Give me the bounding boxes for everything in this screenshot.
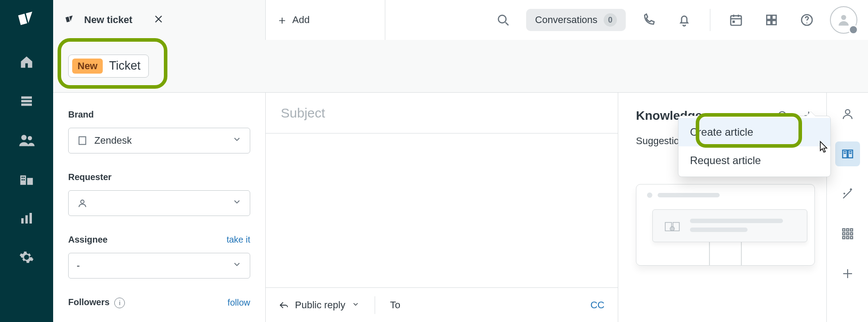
context-apps-grid-button[interactable]	[835, 221, 860, 246]
svg-point-18	[499, 15, 506, 23]
nav-organizations-icon[interactable]	[16, 169, 37, 190]
context-magic-button[interactable]	[835, 181, 860, 206]
knowledge-placeholder-card	[636, 184, 815, 266]
ticket-editor: Public reply To CC	[266, 93, 618, 322]
svg-rect-20	[731, 16, 741, 25]
status-badge: New	[72, 59, 103, 74]
brand-logo-icon[interactable]	[16, 8, 37, 29]
svg-rect-8	[27, 178, 33, 185]
conversations-label: Conversations	[535, 14, 597, 26]
requester-select[interactable]	[68, 190, 250, 216]
svg-rect-56	[842, 236, 845, 239]
svg-rect-57	[846, 236, 849, 239]
close-tab-button[interactable]	[154, 14, 163, 26]
requester-label: Requester	[68, 172, 112, 182]
svg-rect-14	[25, 215, 27, 224]
svg-rect-3	[21, 100, 32, 102]
context-add-button[interactable]	[835, 261, 860, 286]
svg-rect-4	[21, 103, 32, 106]
svg-rect-12	[23, 179, 25, 181]
nav-views-icon[interactable]	[16, 90, 37, 112]
svg-rect-58	[850, 236, 852, 239]
conversations-count: 0	[604, 13, 617, 27]
reply-mode-label: Public reply	[295, 299, 345, 311]
brand-select[interactable]: Zendesk	[68, 128, 250, 153]
ticket-tab-icon	[64, 13, 76, 27]
assignee-label: Assignee	[68, 235, 108, 245]
nav-home-icon[interactable]	[16, 51, 37, 73]
svg-rect-55	[850, 233, 852, 235]
search-button[interactable]	[491, 8, 515, 32]
talk-phone-button[interactable]	[636, 8, 661, 32]
assignee-select[interactable]: -	[68, 253, 250, 279]
svg-rect-15	[30, 213, 32, 224]
svg-rect-28	[772, 20, 776, 24]
svg-rect-10	[23, 177, 25, 178]
building-icon	[77, 135, 88, 146]
nav-reporting-icon[interactable]	[16, 208, 37, 229]
svg-rect-53	[842, 233, 845, 235]
svg-rect-27	[767, 20, 771, 24]
follow-link[interactable]: follow	[228, 298, 250, 308]
subject-input[interactable]	[266, 93, 618, 134]
tab-new-ticket[interactable]: New ticket	[53, 0, 266, 40]
presence-indicator-icon	[849, 25, 858, 35]
svg-point-5	[21, 135, 27, 140]
svg-point-6	[28, 136, 32, 141]
nav-customers-icon[interactable]	[16, 130, 37, 151]
svg-rect-9	[22, 177, 23, 178]
svg-rect-16	[66, 16, 70, 22]
followers-help-icon[interactable]: i	[114, 298, 125, 308]
ticket-status-pill[interactable]: New Ticket	[68, 55, 149, 78]
context-knowledge-button[interactable]	[835, 141, 860, 166]
chevron-down-icon	[232, 134, 242, 147]
brand-value: Zendesk	[94, 135, 132, 146]
context-user-button[interactable]	[835, 102, 860, 126]
profile-menu-button[interactable]	[830, 6, 857, 34]
nav-admin-icon[interactable]	[16, 247, 37, 268]
tab-title: New ticket	[84, 14, 132, 26]
reply-bar: Public reply To CC	[266, 287, 618, 322]
followers-label: Followers	[68, 297, 109, 307]
chevron-down-icon	[232, 197, 242, 209]
knowledge-add-menu: Create article Request article	[678, 116, 831, 177]
svg-rect-32	[79, 137, 85, 144]
take-it-link[interactable]: take it	[227, 235, 250, 245]
reply-mode-button[interactable]: Public reply	[279, 299, 360, 311]
workspace-header: New ticket ＋ Add Conversations 0	[53, 0, 868, 40]
workspace-main: Brand Zendesk Requester Assignee take it…	[53, 92, 868, 322]
svg-point-30	[806, 23, 807, 24]
header-actions: Conversations 0	[385, 0, 868, 40]
svg-rect-54	[846, 233, 849, 235]
help-button[interactable]	[794, 8, 819, 32]
svg-marker-1	[26, 12, 35, 23]
editor-body-area[interactable]	[266, 134, 618, 287]
svg-rect-51	[846, 229, 849, 231]
svg-rect-25	[767, 15, 771, 19]
knowledge-panel: Knowledge Suggestions Create article Req…	[618, 93, 826, 322]
apps-button[interactable]	[759, 8, 784, 32]
add-tab-button[interactable]: ＋ Add	[266, 0, 385, 40]
svg-point-45	[845, 110, 850, 114]
calendar-button[interactable]	[724, 8, 748, 32]
tab-strip: New ticket ＋ Add	[53, 0, 385, 40]
svg-rect-52	[850, 229, 852, 231]
svg-line-19	[506, 22, 509, 25]
cc-button[interactable]: CC	[590, 299, 604, 311]
context-rail	[826, 93, 868, 322]
svg-rect-50	[842, 229, 845, 231]
svg-rect-2	[21, 96, 32, 98]
svg-rect-0	[18, 14, 27, 25]
menu-item-request-article[interactable]: Request article	[678, 146, 830, 175]
reply-arrow-icon	[279, 300, 289, 310]
assignee-value: -	[77, 260, 80, 271]
chevron-down-icon	[352, 299, 360, 311]
svg-rect-24	[732, 20, 735, 23]
svg-rect-13	[21, 218, 23, 224]
header-divider	[710, 9, 710, 31]
article-idea-icon	[661, 218, 684, 236]
conversations-button[interactable]: Conversations 0	[526, 9, 626, 31]
svg-point-31	[841, 15, 846, 20]
notifications-button[interactable]	[672, 8, 697, 32]
menu-item-create-article[interactable]: Create article	[678, 118, 830, 146]
